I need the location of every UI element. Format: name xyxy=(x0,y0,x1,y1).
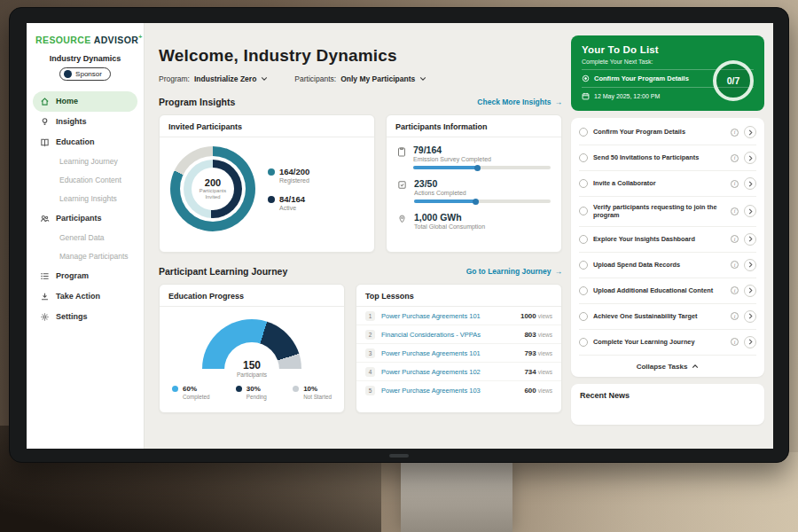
checkbox-icon[interactable] xyxy=(579,179,588,188)
lesson-views-count: 600 xyxy=(524,387,536,395)
chevron-right-icon[interactable] xyxy=(744,259,756,271)
task-complete-learning-journey[interactable]: Complete Your Learning Journey i xyxy=(579,330,756,356)
sidebar-item-insights[interactable]: Insights xyxy=(33,112,137,132)
lesson-link[interactable]: Power Purchase Agreements 102 xyxy=(381,368,518,376)
chevron-right-icon[interactable] xyxy=(744,285,756,297)
photo-background: RESOURCE ADVISOR+ Industry Dynamics Spon… xyxy=(0,0,798,532)
program-filter-value: Industrialize Zero xyxy=(194,74,256,83)
list-icon xyxy=(40,271,50,281)
info-icon: i xyxy=(731,154,739,162)
learning-cards-row: Education Progress 150 Participants xyxy=(159,284,562,413)
participants-filter-value: Only My Participants xyxy=(340,74,415,83)
lightbulb-icon xyxy=(40,117,50,127)
checkbox-icon[interactable] xyxy=(579,286,588,295)
lesson-row: 2 Financial Considerations - VPPAs 803vi… xyxy=(356,325,561,344)
task-confirm-program-details[interactable]: Confirm Your Program Details i xyxy=(579,120,756,145)
link-label: Check More Insights xyxy=(477,98,551,106)
actions-completed-value: 23/50 xyxy=(414,178,551,189)
lesson-rank: 3 xyxy=(365,348,375,358)
task-explore-insights[interactable]: Explore Your Insights Dashboard i xyxy=(579,227,756,253)
checkbox-icon[interactable] xyxy=(579,128,588,137)
sidebar-item-label: Settings xyxy=(56,312,88,321)
gear-icon xyxy=(40,312,50,322)
chevron-right-icon[interactable] xyxy=(744,177,756,190)
todo-due-label: 12 May 2025, 12:00 PM xyxy=(594,93,660,99)
legend-value: 60% xyxy=(183,385,209,393)
check-more-insights-link[interactable]: Check More Insights → xyxy=(477,98,562,106)
card-title: Invited Participants xyxy=(160,115,374,137)
lesson-link[interactable]: Power Purchase Agreements 101 xyxy=(381,349,518,357)
sidebar-item-take-action[interactable]: Take Action xyxy=(33,286,137,307)
sidebar-item-label: Manage Participants xyxy=(59,252,129,261)
sidebar-item-label: Education xyxy=(56,137,95,146)
sidebar-item-settings[interactable]: Settings xyxy=(33,307,137,327)
education-progress-card: Education Progress 150 Participants xyxy=(159,284,345,413)
program-insights-header: Program Insights Check More Insights → xyxy=(159,97,562,107)
sponsor-badge[interactable]: Sponsor xyxy=(59,67,111,81)
task-send-invitations[interactable]: Send 50 Invitations to Participants i xyxy=(579,145,756,171)
sidebar-item-manage-participants[interactable]: Manage Participants xyxy=(33,247,137,266)
participants-filter[interactable]: Participants: Only My Participants xyxy=(294,74,426,83)
task-upload-educational-content[interactable]: Upload Additional Educational Content i xyxy=(579,278,756,304)
calendar-icon xyxy=(582,92,590,100)
lesson-views-label: views xyxy=(538,387,552,394)
task-label: Verify participants requesting to join t… xyxy=(593,203,725,220)
checkbox-icon[interactable] xyxy=(579,207,588,215)
sidebar-item-label: Home xyxy=(56,97,78,106)
sidebar-item-label: Learning Journey xyxy=(59,157,118,166)
monitor-stand xyxy=(401,461,512,532)
book-icon xyxy=(40,137,50,147)
todo-next-task-label: Confirm Your Program Details xyxy=(594,74,689,82)
sidebar-item-home[interactable]: Home xyxy=(33,91,137,112)
lesson-link[interactable]: Power Purchase Agreements 103 xyxy=(381,387,518,395)
chevron-right-icon[interactable] xyxy=(744,336,756,348)
sidebar-item-program[interactable]: Program xyxy=(33,266,137,286)
recent-news-card: Recent News xyxy=(571,384,764,425)
checkbox-icon[interactable] xyxy=(579,338,588,347)
sponsor-label: Sponsor xyxy=(75,70,102,78)
task-invite-collaborator[interactable]: Invite a Collaborator i xyxy=(579,171,756,197)
sidebar-item-learning-insights[interactable]: Learning Insights xyxy=(33,190,137,208)
task-verify-participants[interactable]: Verify participants requesting to join t… xyxy=(579,197,756,227)
chevron-up-icon xyxy=(692,364,699,369)
main-content: Welcome, Industry Dynamics Program: Indu… xyxy=(145,23,571,449)
task-achieve-sustainability-target[interactable]: Achieve One Sustainability Target i xyxy=(579,304,756,330)
sidebar-item-participants[interactable]: Participants xyxy=(33,208,137,229)
collapse-tasks-link[interactable]: Collapse Tasks xyxy=(579,356,756,377)
checkbox-icon[interactable] xyxy=(579,312,588,321)
sidebar-item-education[interactable]: Education xyxy=(33,132,137,153)
page-title: Welcome, Industry Dynamics xyxy=(159,46,562,66)
recent-news-title: Recent News xyxy=(580,391,755,400)
lesson-link[interactable]: Power Purchase Agreements 101 xyxy=(381,312,514,320)
check-square-icon xyxy=(397,180,407,203)
checkbox-icon[interactable] xyxy=(579,153,588,162)
brand-secondary: ADVISOR xyxy=(94,35,139,45)
checkbox-icon[interactable] xyxy=(579,261,588,270)
arrow-right-icon: → xyxy=(555,267,563,276)
task-upload-spend-data[interactable]: Upload Spend Data Records i xyxy=(579,253,756,278)
legend-label: Registered xyxy=(279,177,309,184)
program-filter[interactable]: Program: Industrialize Zero xyxy=(159,74,268,83)
checkbox-icon[interactable] xyxy=(579,235,588,244)
go-to-learning-journey-link[interactable]: Go to Learning Journey → xyxy=(466,267,562,276)
sidebar-nav: Home Insights Education Learning Journey… xyxy=(33,91,137,327)
invited-count-label: Participants Invited xyxy=(192,188,234,200)
card-title: Participants Information xyxy=(387,115,561,137)
invited-participants-donut: 200 Participants Invited xyxy=(170,146,255,231)
sidebar-item-learning-journey[interactable]: Learning Journey xyxy=(33,153,137,171)
todo-progress-value: 0/7 xyxy=(727,75,740,86)
chevron-right-icon[interactable] xyxy=(744,310,756,323)
chevron-right-icon[interactable] xyxy=(744,233,756,246)
sidebar-item-education-content[interactable]: Education Content xyxy=(33,171,137,190)
chevron-right-icon[interactable] xyxy=(744,152,756,164)
sidebar-item-general-data[interactable]: General Data xyxy=(33,229,137,247)
link-label: Go to Learning Journey xyxy=(466,267,552,276)
lesson-rank: 4 xyxy=(365,367,375,377)
gauge-label: Participants xyxy=(221,372,283,378)
chevron-right-icon[interactable] xyxy=(744,126,756,138)
lesson-link[interactable]: Financial Considerations - VPPAs xyxy=(381,331,518,339)
arrow-right-icon: → xyxy=(555,98,563,106)
lesson-rank: 5 xyxy=(365,386,375,395)
sponsor-icon xyxy=(64,70,72,78)
chevron-right-icon[interactable] xyxy=(744,205,756,217)
